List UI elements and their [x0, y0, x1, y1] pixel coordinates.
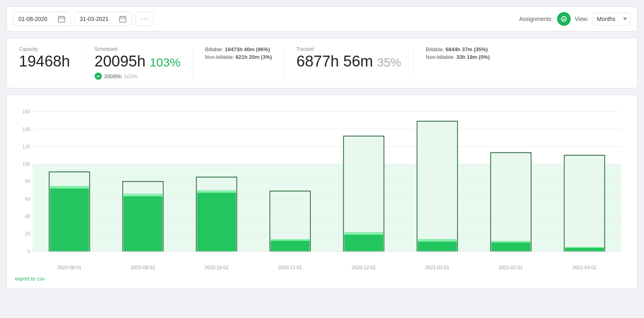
- billable-scheduled-label: Billable:: [205, 46, 223, 52]
- date-end-input[interactable]: [80, 16, 116, 22]
- y-axis-label: 80: [25, 179, 30, 184]
- divider-1: [82, 46, 83, 80]
- capacity-band: [33, 164, 621, 251]
- capacity-label: Capacity: [19, 46, 70, 52]
- tracked-value-row: 6877h 56m 35%: [297, 54, 401, 69]
- svg-rect-0: [58, 17, 65, 22]
- billable-scheduled-value: 19473h 40m (96%): [225, 46, 270, 52]
- tracked-value: 6877h 56m: [297, 54, 373, 69]
- bar-tracked-billable: [197, 193, 236, 251]
- tracked-label: Tracked: [297, 46, 401, 52]
- scheduled-label: Scheduled: [95, 46, 181, 52]
- x-axis-label: 2020-10-01: [204, 264, 229, 270]
- date-end-wrap: [74, 12, 132, 26]
- divider-3: [284, 46, 285, 80]
- bar-tracked-billable: [50, 189, 89, 251]
- scheduled-value: 20095h: [95, 54, 146, 69]
- bar-tracked-billable: [344, 235, 383, 251]
- nonbillable-tracked-value: 33h 19m (0%): [456, 54, 490, 60]
- billable-scheduled-line: Billable: 19473h 40m (96%): [205, 46, 272, 52]
- assignments-icon: [561, 16, 567, 22]
- tracked-billable-block: Billable: 6844h 37m (35%) Non-billable: …: [426, 46, 490, 60]
- bar-tracked-billable: [418, 242, 457, 251]
- scheduled-sub-icon: [95, 73, 102, 80]
- assignments-label: Assignments:: [519, 16, 553, 22]
- capacity-block: Capacity 19468h: [19, 46, 70, 69]
- stats-panel: Capacity 19468h Scheduled 20095h 103% 20…: [6, 38, 638, 88]
- toolbar: ··· Assignments: View: Days Weeks Months…: [6, 6, 638, 31]
- calendar-start-icon[interactable]: [58, 15, 65, 23]
- y-axis-label: 100: [23, 161, 31, 167]
- billable-tracked-value: 6844h 37m (35%): [446, 46, 488, 52]
- date-start-input[interactable]: [19, 16, 55, 22]
- x-axis-label: 2021-02-01: [499, 264, 523, 270]
- bar-scheduled[interactable]: [417, 121, 458, 251]
- calendar-end-icon[interactable]: [119, 15, 126, 23]
- x-axis-label: 2021-01-01: [425, 264, 449, 270]
- x-axis-label: 2020-09-01: [131, 264, 155, 270]
- y-axis-label: 60: [25, 196, 30, 202]
- chart-svg: 0204060801001201401602020-08-012020-09-0…: [15, 103, 629, 272]
- export-csv-link[interactable]: export to csv: [15, 276, 45, 282]
- svg-rect-4: [120, 17, 126, 22]
- bar-tracked-billable: [124, 196, 163, 251]
- bar-tracked-billable: [491, 243, 530, 251]
- assignments-toggle-button[interactable]: [557, 12, 571, 26]
- scheduled-sub-pct: 103%: [124, 73, 137, 79]
- divider-2: [192, 46, 193, 80]
- nonbillable-scheduled-value: 621h 20m (3%): [235, 54, 272, 60]
- scheduled-billable-block: Billable: 19473h 40m (96%) Non-billable:…: [205, 46, 272, 60]
- view-select[interactable]: Days Weeks Months Quarters: [592, 12, 631, 25]
- x-axis-label: 2020-08-01: [57, 264, 81, 270]
- nonbillable-tracked-label: Non-billable:: [426, 54, 455, 60]
- y-axis-label: 140: [23, 126, 31, 132]
- x-axis-label: 2020-12-01: [352, 264, 376, 270]
- scheduled-sub: 20095h 103%: [95, 73, 181, 80]
- y-axis-label: 20: [25, 231, 30, 237]
- chart-container: 0204060801001201401602020-08-012020-09-0…: [15, 103, 629, 272]
- scheduled-block: Scheduled 20095h 103% 20095h 103%: [95, 46, 181, 80]
- date-start-wrap: [13, 12, 70, 26]
- bar-tracked-billable: [565, 248, 604, 251]
- nonbillable-scheduled-label: Non-billable:: [205, 54, 234, 60]
- y-axis-label: 40: [25, 214, 30, 219]
- chart-panel: 0204060801001201401602020-08-012020-09-0…: [6, 95, 638, 289]
- y-axis-label: 0: [28, 248, 31, 254]
- capacity-value: 19468h: [19, 54, 70, 69]
- bar-tracked-billable: [271, 241, 310, 251]
- toolbar-right: Assignments: View: Days Weeks Months Qua…: [519, 12, 631, 26]
- scheduled-value-row: 20095h 103%: [95, 54, 181, 69]
- tracked-block: Tracked 6877h 56m 35%: [297, 46, 401, 69]
- tracked-pct: 35%: [377, 56, 401, 69]
- bar-scheduled[interactable]: [564, 155, 605, 251]
- x-axis-label: 2020-11-01: [278, 264, 302, 270]
- scheduled-sub-value: 20095h: [104, 73, 122, 79]
- divider-4: [413, 46, 414, 80]
- nonbillable-scheduled-line: Non-billable: 621h 20m (3%): [205, 54, 272, 60]
- scheduled-pct: 103%: [150, 56, 181, 69]
- bar-scheduled[interactable]: [491, 153, 531, 251]
- view-label: View:: [575, 16, 588, 22]
- nonbillable-tracked-line: Non-billable: 33h 19m (0%): [426, 54, 490, 60]
- billable-tracked-label: Billable:: [426, 46, 444, 52]
- check-icon: [96, 74, 100, 78]
- billable-tracked-line: Billable: 6844h 37m (35%): [426, 46, 490, 52]
- x-axis-label: 2021-03-01: [572, 264, 597, 270]
- y-axis-label: 120: [23, 143, 31, 149]
- y-axis-label: 160: [23, 109, 31, 114]
- ellipsis-button[interactable]: ···: [136, 12, 154, 26]
